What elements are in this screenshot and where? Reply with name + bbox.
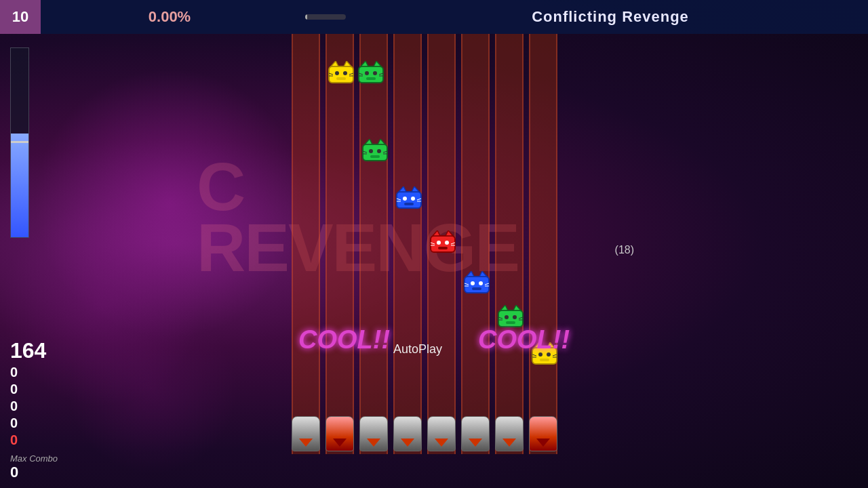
track-3	[393, 34, 422, 454]
note-group-3	[395, 186, 422, 214]
note-group-4	[429, 230, 456, 258]
svg-marker-21	[365, 139, 372, 144]
receptor-arrow-1	[333, 439, 347, 447]
svg-point-33	[403, 197, 407, 201]
note-group-2	[361, 139, 389, 166]
song-title: Conflicting Revenge	[353, 8, 868, 26]
track-0	[292, 34, 320, 454]
column-2	[359, 34, 393, 454]
svg-rect-15	[366, 77, 376, 80]
column-7	[529, 34, 563, 454]
receptor-arrow-2	[367, 439, 380, 447]
top-bar: 10 0.00% Conflicting Revenge	[0, 0, 868, 34]
svg-marker-62	[513, 305, 521, 310]
note-blue-cat-2	[463, 271, 490, 296]
svg-rect-55	[472, 287, 481, 290]
progress-bar-container	[305, 14, 346, 20]
bg-blob-3	[68, 305, 237, 474]
track-2	[359, 34, 388, 454]
receptor-6[interactable]	[495, 416, 524, 451]
svg-marker-22	[378, 139, 385, 144]
receptor-7[interactable]	[529, 416, 557, 451]
column-0	[292, 34, 326, 454]
combo-display: 164	[10, 340, 58, 361]
svg-marker-52	[479, 271, 487, 277]
receptor-arrow-0	[299, 439, 313, 447]
receptor-1[interactable]	[326, 416, 354, 451]
svg-marker-2	[344, 61, 351, 66]
progress-bar-fill	[305, 14, 307, 20]
svg-marker-42	[446, 230, 453, 236]
receptor-5[interactable]	[461, 416, 490, 451]
perfect-count: 0	[10, 365, 58, 380]
accuracy-box: 0.00%	[41, 8, 298, 26]
cool-text-right: COOL!!	[478, 325, 570, 354]
max-combo-label: Max Combo	[10, 453, 58, 464]
note-group-1	[328, 61, 384, 85]
receptor-arrow-4	[435, 439, 448, 447]
note-green-cat-2	[361, 139, 389, 163]
note-green-cat-1	[357, 61, 384, 85]
column-1	[326, 34, 359, 454]
svg-point-54	[479, 281, 483, 285]
receptor-3[interactable]	[393, 416, 422, 451]
svg-point-63	[505, 315, 509, 319]
health-bar-container	[10, 47, 29, 238]
bad-count: 0	[10, 415, 58, 431]
hit-count: (18)	[615, 244, 634, 256]
svg-rect-75	[540, 359, 549, 361]
stats-panel: 164 0 0 0 0 0 Max Combo 0	[10, 340, 58, 481]
track-6	[495, 34, 524, 454]
miss-count: 0	[10, 432, 58, 448]
svg-marker-11	[361, 61, 368, 66]
note-group-5	[463, 271, 490, 298]
svg-marker-31	[399, 186, 406, 192]
score-display: 10	[12, 8, 28, 26]
column-3	[393, 34, 427, 454]
play-area: COOL!! COOL!! AutoPlay (18)	[281, 34, 587, 454]
svg-point-4	[343, 71, 347, 75]
svg-point-14	[373, 71, 377, 75]
svg-rect-65	[506, 321, 515, 324]
note-yellow-cat	[328, 61, 355, 85]
receptor-0[interactable]	[292, 416, 320, 451]
column-6	[495, 34, 529, 454]
note-red-cat	[429, 230, 456, 255]
svg-rect-5	[336, 77, 346, 80]
health-bar-fill	[11, 134, 28, 237]
receptor-arrow-6	[502, 439, 516, 447]
svg-point-44	[445, 241, 449, 245]
track-5	[461, 34, 490, 454]
health-bar-marker	[11, 141, 28, 143]
svg-point-34	[411, 197, 415, 201]
autoplay-label: AutoPlay	[393, 342, 442, 357]
svg-point-23	[369, 149, 373, 153]
cool-text-left: COOL!!	[298, 325, 390, 354]
left-panel: 164 0 0 0 0 0 Max Combo 0	[0, 34, 81, 488]
svg-point-53	[471, 281, 475, 285]
svg-marker-32	[412, 186, 419, 192]
receptor-2[interactable]	[359, 416, 388, 451]
good-count: 0	[10, 399, 58, 414]
svg-point-13	[365, 71, 369, 75]
svg-marker-61	[500, 305, 508, 310]
max-combo-value: 0	[10, 464, 58, 481]
track-7	[529, 34, 557, 454]
svg-point-64	[513, 315, 517, 319]
receptor-4[interactable]	[427, 416, 456, 451]
accuracy-display: 0.00%	[149, 8, 191, 26]
great-count: 0	[10, 382, 58, 397]
svg-rect-45	[438, 247, 448, 249]
svg-marker-1	[331, 61, 338, 66]
svg-marker-41	[433, 230, 440, 236]
svg-point-43	[437, 241, 441, 245]
score-box: 10	[0, 0, 41, 34]
svg-point-3	[335, 71, 339, 75]
receptor-arrow-3	[401, 439, 414, 447]
svg-marker-51	[467, 271, 474, 277]
svg-rect-25	[370, 155, 380, 158]
svg-marker-12	[374, 61, 381, 66]
receptor-arrow-5	[469, 439, 482, 447]
column-5	[461, 34, 495, 454]
svg-point-24	[377, 149, 381, 153]
